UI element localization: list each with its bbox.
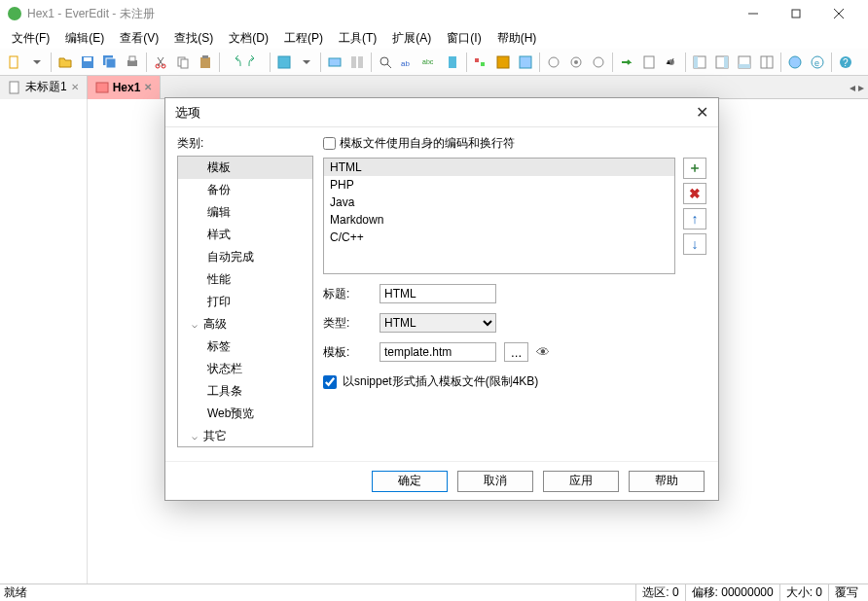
help-button[interactable]: 帮助 — [629, 471, 705, 492]
own-encoding-checkbox[interactable] — [323, 137, 336, 150]
move-down-button[interactable]: ↓ — [683, 233, 706, 255]
cancel-button[interactable]: 取消 — [457, 471, 533, 492]
type-label: 类型: — [323, 315, 372, 332]
add-template-button[interactable]: ＋ — [683, 158, 706, 179]
template-item-html[interactable]: HTML — [324, 159, 674, 176]
cat-backup[interactable]: 备份 — [178, 179, 312, 201]
dialog-titlebar[interactable]: 选项 ✕ — [165, 98, 718, 127]
cat-group-other[interactable]: 其它 — [178, 425, 312, 447]
apply-button[interactable]: 应用 — [543, 471, 619, 492]
template-file-input[interactable] — [380, 342, 496, 362]
dialog-close-icon[interactable]: ✕ — [696, 103, 708, 122]
template-item-markdown[interactable]: Markdown — [324, 211, 674, 229]
preview-icon[interactable]: 👁 — [536, 344, 550, 360]
cat-template[interactable]: 模板 — [178, 157, 312, 179]
cat-autocomplete[interactable]: 自动完成 — [178, 246, 312, 268]
title-input[interactable] — [380, 284, 496, 303]
cat-toolbar[interactable]: 工具条 — [178, 380, 312, 403]
snippet-label: 以snippet形式插入模板文件(限制4KB) — [343, 373, 538, 390]
title-label: 标题: — [323, 286, 372, 302]
snippet-checkbox[interactable] — [323, 375, 337, 389]
template-item-cpp[interactable]: C/C++ — [324, 229, 674, 246]
category-label: 类别: — [177, 135, 313, 152]
dialog-title: 选项 — [175, 104, 200, 122]
cat-style[interactable]: 样式 — [178, 224, 312, 246]
template-file-label: 模板: — [323, 344, 372, 361]
cat-print[interactable]: 打印 — [178, 291, 312, 313]
category-tree[interactable]: 模板 备份 编辑 样式 自动完成 性能 打印 高级 标签 状态栏 工具条 Web… — [177, 156, 313, 447]
template-item-php[interactable]: PHP — [324, 176, 674, 194]
cat-group-advanced[interactable]: 高级 — [178, 313, 312, 336]
browse-button[interactable]: ... — [504, 342, 528, 362]
move-up-button[interactable]: ↑ — [683, 208, 706, 230]
type-select[interactable]: HTML — [380, 313, 496, 333]
remove-template-button[interactable]: ✖ — [683, 183, 706, 204]
cat-webpreview[interactable]: Web预览 — [178, 403, 312, 425]
cat-performance[interactable]: 性能 — [178, 268, 312, 291]
options-dialog: 选项 ✕ 类别: 模板 备份 编辑 样式 自动完成 性能 打印 高级 标签 状态… — [164, 97, 719, 501]
own-encoding-label: 模板文件使用自身的编码和换行符 — [340, 135, 515, 152]
template-list[interactable]: HTML PHP Java Markdown C/C++ — [323, 158, 675, 274]
cat-tabs[interactable]: 标签 — [178, 336, 312, 358]
cat-edit[interactable]: 编辑 — [178, 201, 312, 224]
dialog-overlay: 选项 ✕ 类别: 模板 备份 编辑 样式 自动完成 性能 打印 高级 标签 状态… — [0, 0, 868, 601]
cat-statusbar[interactable]: 状态栏 — [178, 358, 312, 380]
template-item-java[interactable]: Java — [324, 194, 674, 211]
ok-button[interactable]: 确定 — [372, 471, 448, 492]
